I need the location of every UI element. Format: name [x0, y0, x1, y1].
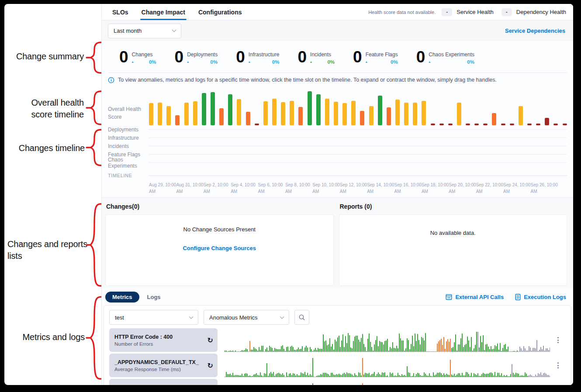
health-score-bar[interactable] [404, 103, 408, 125]
date-line1: Sep 8, 10:00 [285, 182, 312, 188]
kebab-menu-icon[interactable] [550, 379, 566, 385]
metric-label-card[interactable]: _APPDYNAMICS_DEFAULT_TX_Average Response… [109, 354, 218, 377]
external-api-calls-link[interactable]: External API Calls [446, 294, 504, 300]
execution-logs-link[interactable]: Execution Logs [515, 294, 566, 300]
health-score-bar[interactable] [466, 124, 470, 125]
changes-panel: Changes(0) No Change Sources Present Con… [105, 201, 334, 282]
health-score-bar[interactable] [492, 113, 496, 125]
health-score-bar[interactable] [413, 103, 417, 125]
health-score-bar[interactable] [448, 124, 453, 125]
stat-value: 0 [175, 49, 184, 65]
health-score-bar[interactable] [536, 124, 540, 125]
health-score-bar[interactable] [255, 124, 259, 125]
health-score-bar[interactable] [272, 99, 277, 125]
change-row-deployments: Deployments [102, 125, 573, 134]
metric-filter-select[interactable]: Anomalous Metrics [204, 310, 289, 325]
time-range-select[interactable]: Last month [108, 24, 181, 38]
info-banner: To view anomalies, metrics and logs for … [102, 73, 573, 87]
health-score-bar[interactable] [298, 107, 303, 125]
health-score-bar[interactable] [290, 101, 294, 125]
stat-label: Changes [132, 52, 156, 58]
timeline-date: Aug 31, 10:00AM [176, 182, 203, 195]
chevron-down-icon [280, 314, 284, 319]
health-score-bar[interactable] [378, 96, 382, 125]
health-score-bar[interactable] [316, 94, 321, 125]
timeline-date: Sep 6, 10:00AM [258, 182, 285, 195]
date-line1: Aug 29, 10:00 [149, 182, 176, 188]
health-score-bar[interactable] [431, 124, 435, 125]
health-score-bar[interactable] [457, 103, 461, 125]
health-score-bar[interactable] [193, 101, 197, 125]
refresh-icon[interactable]: ↻ [208, 336, 213, 344]
health-score-bar[interactable] [422, 101, 426, 125]
screenshot-frame: Change summaryOverall health score timel… [4, 4, 573, 385]
timeline-date: Sep 16, 10:00AM [394, 182, 422, 195]
health-score-bar[interactable] [439, 124, 444, 125]
change-row-infrastructure: Infrastructure [102, 134, 573, 142]
service-filter-select[interactable]: test [109, 310, 198, 325]
stat-value: 0 [236, 49, 245, 65]
stat-percent: 0% [211, 59, 218, 65]
stat-trend: ▴0% [429, 59, 474, 65]
health-score-bar[interactable] [184, 103, 189, 125]
health-score-bar[interactable] [175, 115, 180, 125]
dependency-health-label: Dependency Health [516, 9, 566, 15]
health-score-bar[interactable] [501, 124, 505, 125]
health-score-bar[interactable] [246, 112, 250, 125]
health-score-bar[interactable] [211, 92, 215, 125]
health-score-bar[interactable] [351, 101, 356, 125]
health-score-bar[interactable] [342, 103, 347, 125]
health-score-bar[interactable] [281, 102, 285, 125]
health-score-bar[interactable] [519, 106, 523, 125]
health-score-bar[interactable] [325, 99, 329, 125]
kebab-menu-icon[interactable] [550, 354, 566, 377]
health-score-bar[interactable] [527, 124, 532, 125]
api-window-icon [446, 294, 452, 300]
metric-label-card[interactable]: HTTP Error Code : 400Number of Errors↻ [109, 328, 218, 352]
health-score-bar[interactable] [202, 93, 206, 125]
metrics-controls: test Anomalous Metrics [109, 310, 566, 325]
health-score-bar[interactable] [149, 103, 153, 125]
health-score-bar[interactable] [219, 108, 224, 125]
health-score-bar[interactable] [387, 107, 391, 125]
refresh-icon[interactable]: ↻ [208, 361, 213, 370]
metric-filter-value: Anomalous Metrics [209, 314, 258, 321]
health-score-bar[interactable] [510, 124, 514, 125]
date-line2: AM [204, 188, 231, 195]
service-filter-value: test [115, 314, 124, 321]
tab-slos[interactable]: SLOs [112, 4, 128, 20]
stat-percent: 0% [149, 59, 156, 65]
reports-empty-card: No available data. [339, 214, 567, 286]
tab-configurations[interactable]: Configurations [198, 4, 242, 20]
health-score-bar[interactable] [237, 99, 241, 125]
configure-change-sources-link[interactable]: Configure Change Sources [183, 245, 256, 251]
kebab-menu-icon[interactable] [550, 328, 566, 352]
health-score-bar[interactable] [158, 103, 162, 125]
tab-logs[interactable]: Logs [147, 294, 161, 300]
health-score-bar[interactable] [474, 124, 479, 125]
health-score-bar[interactable] [334, 102, 338, 125]
health-score-bar[interactable] [228, 94, 232, 125]
stat-text: Infrastructure▴0% [249, 49, 280, 65]
tab-change-impact[interactable]: Change Impact [142, 4, 185, 20]
date-line1: Sep 22, 10:00 [476, 182, 503, 188]
health-score-bars[interactable] [149, 89, 567, 125]
chevron-down-icon [172, 28, 176, 32]
timeline-date: Sep 22, 10:00AM [476, 182, 503, 195]
search-button[interactable] [294, 310, 309, 325]
health-score-bar[interactable] [360, 111, 364, 125]
service-dependencies-link[interactable]: Service Dependencies [505, 28, 565, 34]
metric-label-card[interactable] [109, 379, 218, 385]
stat-label: Chaos Experiments [429, 52, 474, 58]
health-score-bar[interactable] [395, 100, 400, 125]
health-score-bar[interactable] [483, 124, 488, 125]
health-score-bar[interactable] [553, 124, 558, 125]
health-score-bar[interactable] [166, 106, 171, 125]
health-score-bar[interactable] [263, 101, 268, 125]
health-score-bar[interactable] [563, 124, 567, 125]
trend-up-icon: ▴ [249, 60, 250, 64]
health-score-bar[interactable] [308, 91, 312, 125]
health-score-bar[interactable] [369, 106, 374, 125]
health-score-bar[interactable] [545, 118, 549, 125]
tab-metrics[interactable]: Metrics [105, 292, 139, 303]
